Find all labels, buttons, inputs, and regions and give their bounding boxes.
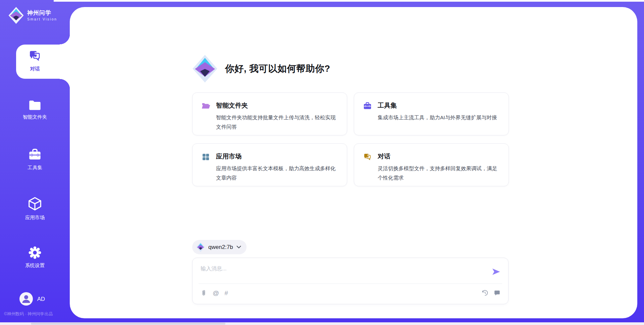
sidebar-item-label: 系统设置 — [25, 262, 45, 269]
gear-icon — [28, 246, 42, 260]
sidebar-item-label: 应用市场 — [25, 214, 45, 221]
sidebar-item-app-market[interactable]: 应用市场 — [0, 196, 70, 221]
top-edge — [54, 0, 644, 2]
card-description: 应用市场提供丰富长文本模板，助力高效生成多样化文章内容 — [216, 164, 337, 182]
attachment-icon[interactable] — [200, 289, 207, 297]
toolbox-icon — [28, 148, 42, 162]
horizontal-scrollbar[interactable] — [0, 322, 644, 325]
scrollbar-thumb[interactable] — [31, 323, 225, 325]
card-smart-folders[interactable]: 智能文件夹 智能文件夹功能支持批量文件上传与清洗，轻松实现文件问答 — [192, 92, 347, 135]
greeting-block: 你好, 我可以如何帮助你? — [192, 55, 330, 83]
toolbox-icon — [363, 102, 372, 111]
diamond-logo-icon — [8, 7, 24, 24]
composer-tools-left: @ # — [200, 289, 228, 297]
chat-bubbles-icon — [28, 49, 42, 63]
card-description: 灵活切换多模型文件，支持多样回复效果调试，满足个性化需求 — [378, 164, 499, 182]
diamond-logo-icon — [196, 242, 205, 252]
card-title: 智能文件夹 — [216, 101, 337, 110]
active-tab-curve-top — [60, 34, 70, 45]
model-name: qwen2:7b — [208, 244, 233, 251]
feedback-icon[interactable] — [493, 289, 501, 297]
card-toolset[interactable]: 工具集 集成市场上主流工具，助力AI与外界无缝扩展与对接 — [354, 92, 509, 135]
card-chat[interactable]: 对话 灵活切换多模型文件，支持多样回复效果调试，满足个性化需求 — [354, 143, 509, 186]
person-icon — [19, 292, 33, 306]
folder-open-icon — [201, 102, 210, 111]
user-account[interactable]: AD — [19, 292, 45, 306]
chevron-down-icon — [236, 246, 241, 249]
folder-icon — [28, 99, 42, 111]
diamond-logo-icon — [192, 55, 218, 83]
history-icon[interactable] — [481, 289, 489, 297]
sidebar-item-label: 工具集 — [28, 165, 42, 171]
sidebar-item-label: 对话 — [30, 66, 40, 72]
avatar — [19, 292, 33, 306]
cube-icon — [27, 196, 43, 212]
brand-subtitle: Smart Vision — [27, 17, 57, 21]
card-title: 应用市场 — [216, 152, 337, 161]
sidebar-item-label: 智能文件夹 — [23, 114, 47, 120]
app-grid-icon — [201, 152, 210, 161]
sidebar-item-toolset[interactable]: 工具集 — [0, 148, 70, 171]
user-name: AD — [37, 296, 45, 302]
mention-icon[interactable]: @ — [213, 290, 219, 296]
composer-tools-right — [481, 289, 501, 297]
active-tab-curve-bottom — [60, 79, 70, 89]
card-description: 智能文件夹功能支持批量文件上传与清洗，轻松实现文件问答 — [216, 113, 337, 131]
model-selector[interactable]: qwen2:7b — [192, 240, 247, 254]
sidebar-item-chat[interactable]: 对话 — [0, 49, 70, 72]
topic-icon[interactable]: # — [224, 290, 228, 296]
card-title: 工具集 — [378, 101, 499, 110]
brand-name: 神州问学 — [27, 10, 57, 16]
sidebar-item-settings[interactable]: 系统设置 — [0, 246, 70, 269]
greeting-title: 你好, 我可以如何帮助你? — [225, 63, 330, 75]
app-window: 神州问学 Smart Vision 对话 智能文件夹 工具集 — [0, 0, 644, 325]
brand-logo: 神州问学 Smart Vision — [8, 7, 57, 24]
feature-cards: 智能文件夹 智能文件夹功能支持批量文件上传与清洗，轻松实现文件问答 工具集 集成… — [192, 92, 509, 186]
message-input[interactable] — [200, 263, 482, 275]
chat-bubbles-icon — [363, 152, 372, 161]
sidebar-item-smart-folders[interactable]: 智能文件夹 — [0, 99, 70, 120]
copyright-footer: ©神州数码 · 神州问学出品 — [4, 311, 53, 317]
card-title: 对话 — [378, 152, 499, 161]
send-button[interactable] — [491, 267, 501, 276]
card-description: 集成市场上主流工具，助力AI与外界无缝扩展与对接 — [378, 113, 499, 122]
message-composer: @ # — [192, 258, 508, 304]
composer-divider — [199, 283, 502, 284]
send-icon — [491, 267, 501, 276]
card-app-market[interactable]: 应用市场 应用市场提供丰富长文本模板，助力高效生成多样化文章内容 — [192, 143, 347, 186]
